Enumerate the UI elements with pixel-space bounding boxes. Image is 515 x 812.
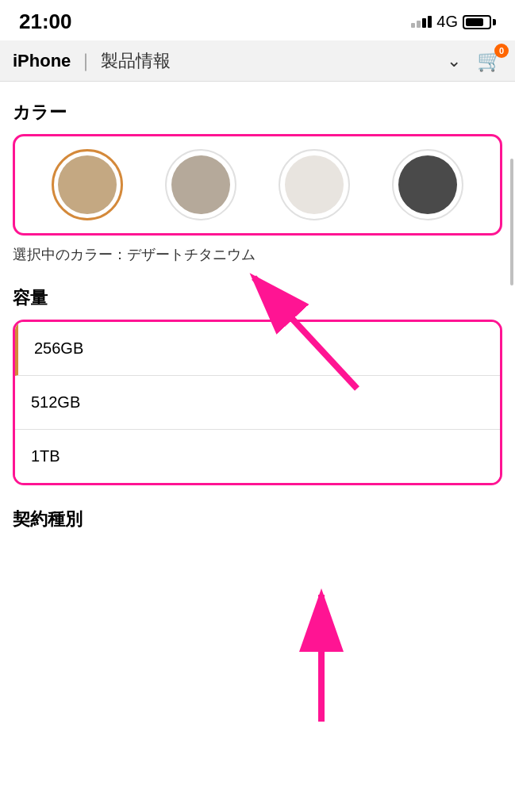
color-selector — [13, 134, 502, 236]
color-option-desert-titanium[interactable] — [52, 149, 123, 220]
color-option-natural-titanium[interactable] — [165, 149, 236, 220]
cart-button[interactable]: 🛒 0 — [477, 48, 502, 73]
status-bar: 21:00 4G — [0, 0, 515, 40]
nav-bar: iPhone ｜ 製品情報 ⌄ 🛒 0 — [0, 40, 515, 82]
status-time: 21:00 — [19, 10, 72, 34]
scrollbar[interactable] — [510, 159, 513, 285]
chevron-down-icon[interactable]: ⌄ — [447, 51, 461, 71]
capacity-options: 256GB 512GB 1TB — [13, 320, 502, 485]
main-content: カラー 選択中のカラー：デザートチタニウム 容量 256GB 512GB — [0, 82, 515, 544]
capacity-section-label: 容量 — [13, 286, 502, 310]
signal-icon — [411, 16, 432, 28]
nav-right: ⌄ 🛒 0 — [447, 48, 502, 73]
capacity-item-512gb[interactable]: 512GB — [15, 376, 500, 430]
cart-badge: 0 — [494, 44, 509, 58]
status-icons: 4G — [411, 13, 496, 31]
capacity-item-256gb[interactable]: 256GB — [15, 322, 500, 376]
color-option-black-titanium[interactable] — [392, 149, 463, 220]
capacity-section: 容量 256GB 512GB 1TB — [13, 286, 502, 485]
contract-section-label: 契約種別 — [13, 508, 502, 531]
color-section-label: カラー — [13, 101, 502, 124]
nav-brand: iPhone — [13, 51, 71, 71]
color-option-white-titanium[interactable] — [279, 149, 350, 220]
nav-title: iPhone ｜ 製品情報 — [13, 49, 171, 73]
color-swatch-desert-titanium — [58, 155, 117, 214]
nav-subtitle: 製品情報 — [101, 49, 171, 73]
nav-divider: ｜ — [77, 49, 94, 73]
capacity-item-1tb[interactable]: 1TB — [15, 430, 500, 483]
selected-color-text: 選択中のカラー：デザートチタニウム — [13, 245, 502, 264]
annotation-arrow-capacity — [262, 571, 381, 730]
color-swatch-black-titanium — [398, 155, 457, 214]
color-swatch-white-titanium — [285, 155, 344, 214]
network-label: 4G — [436, 13, 458, 31]
color-swatch-natural-titanium — [171, 155, 230, 214]
battery-icon — [463, 15, 496, 29]
